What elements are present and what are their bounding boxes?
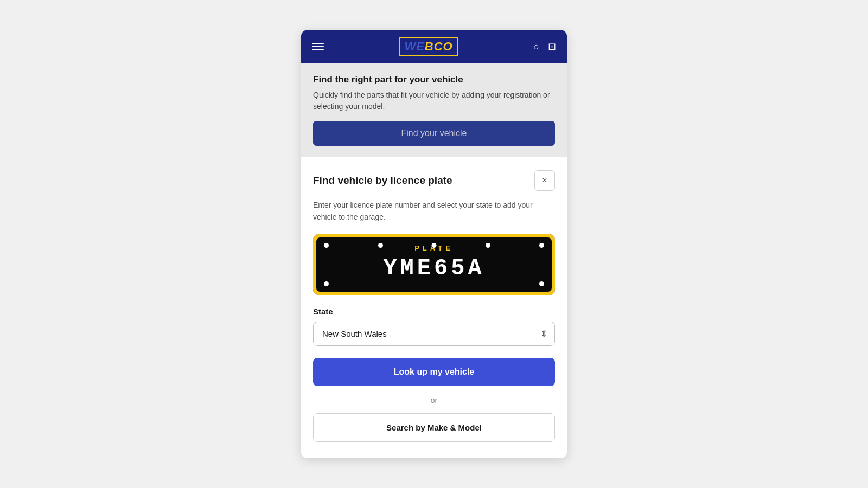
promo-title: Find the right part for your vehicle xyxy=(313,74,555,85)
state-label: State xyxy=(313,307,555,316)
close-button[interactable]: × xyxy=(534,170,555,191)
modal-panel: Find vehicle by licence plate × Enter yo… xyxy=(301,157,567,458)
licence-plate: PLATE YME65A xyxy=(316,237,552,292)
or-line-left xyxy=(313,400,424,400)
bolt-bottom-left xyxy=(324,281,329,286)
search-icon[interactable]: ○ xyxy=(533,41,539,53)
make-model-button[interactable]: Search by Make & Model xyxy=(313,413,555,442)
header-icons: ○ ⊡ xyxy=(533,41,556,53)
bolt-top-mid2 xyxy=(432,243,437,248)
licence-plate-wrapper: PLATE YME65A xyxy=(313,234,555,295)
lookup-button[interactable]: Look up my vehicle xyxy=(313,358,555,386)
bolt-top-left xyxy=(324,243,329,248)
logo-text2: BCO xyxy=(425,40,453,53)
or-line-right xyxy=(444,400,555,400)
or-divider: or xyxy=(313,396,555,404)
cart-icon[interactable]: ⊡ xyxy=(548,41,556,53)
header: WEBCO ○ ⊡ xyxy=(301,30,567,63)
menu-icon[interactable] xyxy=(312,43,324,50)
or-text: or xyxy=(431,396,437,404)
bolt-bottom-right xyxy=(539,281,544,286)
state-select[interactable]: New South Wales Victoria Queensland Sout… xyxy=(313,322,555,346)
promo-banner: Find the right part for your vehicle Qui… xyxy=(301,63,567,157)
bolt-top-mid1 xyxy=(378,243,383,248)
state-select-wrapper: New South Wales Victoria Queensland Sout… xyxy=(313,322,555,346)
modal-title: Find vehicle by licence plate xyxy=(313,175,452,187)
logo: WEBCO xyxy=(399,37,458,56)
phone-frame: WEBCO ○ ⊡ Find the right part for your v… xyxy=(301,30,567,458)
promo-description: Quickly find the parts that fit your veh… xyxy=(313,89,555,112)
modal-description: Enter your licence plate number and sele… xyxy=(313,200,555,223)
bolt-top-mid3 xyxy=(486,243,490,248)
logo-text: WE xyxy=(404,40,424,53)
modal-header: Find vehicle by licence plate × xyxy=(313,170,555,191)
find-vehicle-button[interactable]: Find your vehicle xyxy=(313,121,555,146)
bolt-top-right xyxy=(539,243,544,248)
plate-number: YME65A xyxy=(325,255,543,281)
